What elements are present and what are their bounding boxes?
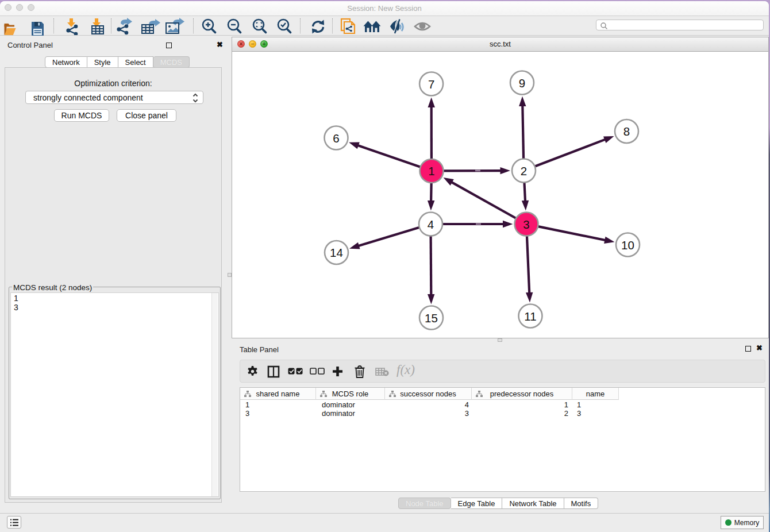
svg-text:10: 10 [621, 238, 634, 252]
svg-text:14: 14 [330, 246, 343, 259]
svg-text:4: 4 [428, 218, 434, 231]
svg-text:11: 11 [524, 310, 536, 323]
svg-text:2: 2 [521, 164, 527, 178]
svg-text:3: 3 [523, 218, 529, 231]
svg-text:9: 9 [519, 76, 525, 90]
svg-text:15: 15 [425, 311, 438, 325]
svg-text:7: 7 [428, 78, 434, 91]
svg-text:1: 1 [428, 164, 434, 178]
svg-text:8: 8 [623, 125, 630, 138]
svg-text:6: 6 [333, 132, 339, 145]
